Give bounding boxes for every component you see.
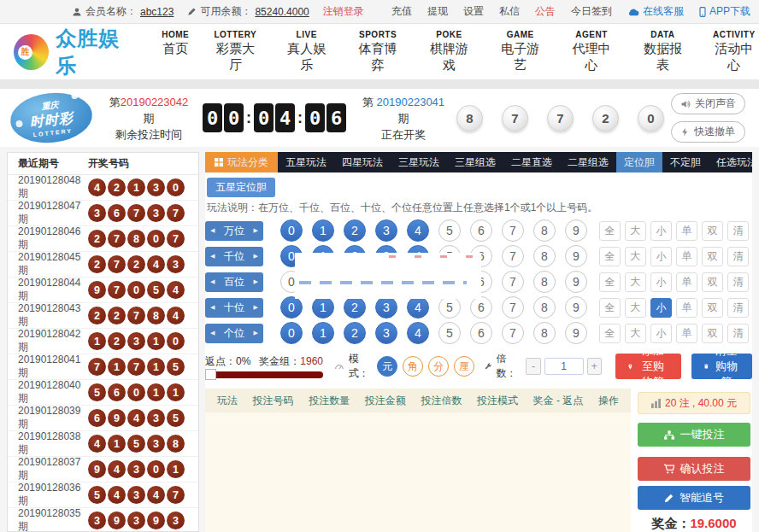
- nav-item-activity[interactable]: ACTIVITY活动中心: [709, 30, 759, 73]
- digit-ball-5[interactable]: 5: [438, 296, 461, 319]
- mute-sound-button[interactable]: 关闭声音: [671, 93, 745, 114]
- digit-ball-6[interactable]: 6: [470, 219, 492, 242]
- arrow-left-icon[interactable]: ◀: [210, 278, 215, 285]
- digit-ball-7[interactable]: 7: [502, 219, 524, 242]
- digit-ball-9[interactable]: 9: [565, 245, 587, 267]
- quick-odd-button[interactable]: 单: [676, 221, 697, 241]
- multiple-plus-button[interactable]: +: [587, 358, 602, 375]
- arrow-right-icon[interactable]: ▶: [254, 278, 258, 285]
- mode-jiao-button[interactable]: 角: [403, 356, 423, 377]
- quick-big-button[interactable]: 大: [625, 272, 646, 292]
- quick-even-button[interactable]: 双: [702, 298, 723, 318]
- quick-small-button[interactable]: 小: [650, 324, 672, 343]
- tab-optional-play[interactable]: 任选玩法: [709, 152, 752, 172]
- app-download-link[interactable]: APP下载: [699, 4, 750, 19]
- position-selector-wan-wei[interactable]: ◀万位▶: [205, 221, 263, 241]
- position-selector-bai-wei[interactable]: ◀百位▶: [205, 272, 263, 292]
- sub-play-button[interactable]: 五星定位胆: [207, 178, 275, 197]
- topbar-link-withdraw[interactable]: 提现: [427, 4, 448, 19]
- quick-odd-button[interactable]: 单: [676, 272, 697, 292]
- mode-fen-button[interactable]: 分: [428, 356, 449, 377]
- digit-ball-1[interactable]: 1: [312, 296, 334, 319]
- nav-item-data[interactable]: DATA数据报表: [638, 30, 687, 73]
- quick-odd-button[interactable]: 单: [676, 298, 697, 318]
- quick-even-button[interactable]: 双: [702, 247, 723, 266]
- digit-ball-2[interactable]: 2: [344, 322, 366, 344]
- quick-even-button[interactable]: 双: [702, 324, 723, 343]
- digit-ball-8[interactable]: 8: [533, 219, 556, 242]
- digit-ball-9[interactable]: 9: [565, 296, 587, 319]
- tab-no-position-dan[interactable]: 不定胆: [662, 152, 709, 172]
- tab-three-star[interactable]: 三星玩法: [391, 152, 447, 172]
- quick-big-button[interactable]: 大: [625, 247, 646, 266]
- quick-small-button[interactable]: 小: [650, 221, 672, 241]
- digit-ball-5[interactable]: 5: [438, 219, 461, 242]
- arrow-left-icon[interactable]: ◀: [210, 227, 215, 234]
- quick-big-button[interactable]: 大: [625, 298, 646, 318]
- digit-ball-3[interactable]: 3: [375, 296, 397, 319]
- arrow-left-icon[interactable]: ◀: [210, 330, 215, 336]
- nav-item-lottery[interactable]: LOTTERY彩票大厅: [210, 30, 260, 73]
- topbar-link-daily-checkin[interactable]: 今日签到: [571, 4, 612, 19]
- rebate-slider-track[interactable]: [205, 371, 323, 378]
- quick-small-button[interactable]: 小: [650, 247, 672, 266]
- topbar-link-announcement[interactable]: 公告: [535, 4, 556, 19]
- quick-small-button[interactable]: 小: [650, 298, 672, 318]
- tab-two-star-direct[interactable]: 二星直选: [503, 152, 560, 172]
- quick-big-button[interactable]: 大: [625, 324, 646, 343]
- position-selector-ge-wei[interactable]: ◀个位▶: [205, 324, 263, 343]
- digit-ball-1[interactable]: 1: [312, 322, 334, 344]
- digit-ball-2[interactable]: 2: [344, 219, 366, 242]
- nav-item-poke[interactable]: POKE棋牌游戏: [424, 30, 474, 73]
- quick-big-button[interactable]: 大: [625, 221, 646, 241]
- topbar-link-recharge[interactable]: 充值: [391, 4, 412, 19]
- tab-five-star[interactable]: 五星玩法: [278, 152, 334, 172]
- quick-even-button[interactable]: 双: [702, 221, 723, 241]
- quick-odd-button[interactable]: 单: [676, 247, 697, 266]
- one-key-bet-button[interactable]: 一键投注: [638, 423, 750, 447]
- quick-even-button[interactable]: 双: [702, 272, 723, 292]
- digit-ball-2[interactable]: 2: [344, 296, 366, 319]
- quick-all-button[interactable]: 全: [599, 247, 621, 266]
- tab-three-star-group[interactable]: 三星组选: [447, 152, 503, 172]
- nav-item-agent[interactable]: AGENT代理中心: [567, 30, 616, 73]
- digit-ball-8[interactable]: 8: [533, 271, 556, 293]
- arrow-right-icon[interactable]: ▶: [254, 227, 258, 234]
- digit-ball-5[interactable]: 5: [438, 322, 461, 344]
- topbar-link-settings[interactable]: 设置: [463, 4, 484, 19]
- digit-ball-7[interactable]: 7: [502, 271, 524, 293]
- arrow-left-icon[interactable]: ◀: [210, 253, 215, 260]
- digit-ball-7[interactable]: 7: [502, 296, 524, 319]
- topbar-link-messages[interactable]: 私信: [499, 4, 520, 19]
- digit-ball-4[interactable]: 4: [407, 322, 429, 344]
- smart-chase-button[interactable]: 智能追号: [638, 486, 750, 510]
- digit-ball-7[interactable]: 7: [502, 322, 524, 344]
- digit-ball-9[interactable]: 9: [565, 219, 587, 242]
- quick-small-button[interactable]: 小: [650, 272, 672, 292]
- arrow-right-icon[interactable]: ▶: [254, 330, 258, 336]
- multiple-minus-button[interactable]: -: [526, 358, 540, 375]
- digit-ball-3[interactable]: 3: [375, 219, 397, 242]
- digit-ball-4[interactable]: 4: [407, 219, 429, 242]
- tab-four-star[interactable]: 四星玩法: [334, 152, 391, 172]
- digit-ball-9[interactable]: 9: [565, 322, 587, 344]
- clear-cart-button[interactable]: 清空购物篮: [691, 354, 752, 379]
- online-service-link[interactable]: 在线客服: [627, 4, 684, 19]
- multiple-input[interactable]: [544, 358, 584, 375]
- digit-ball-8[interactable]: 8: [533, 322, 556, 344]
- quick-clear-button[interactable]: 清: [727, 298, 749, 318]
- member-name-link[interactable]: abc123: [140, 6, 174, 18]
- arrow-right-icon[interactable]: ▶: [254, 253, 258, 260]
- digit-ball-8[interactable]: 8: [533, 245, 556, 267]
- rebate-slider[interactable]: 返点：0% 奖金组：1960: [205, 354, 323, 378]
- nav-item-sports[interactable]: SPORTS体育博弈: [353, 30, 403, 73]
- quick-all-button[interactable]: 全: [599, 272, 621, 292]
- digit-ball-0[interactable]: 0: [280, 296, 303, 319]
- arrow-right-icon[interactable]: ▶: [254, 304, 258, 311]
- quick-cancel-button[interactable]: 快速撤单: [671, 121, 745, 143]
- tab-two-star-group[interactable]: 二星组选: [560, 152, 616, 172]
- nav-item-home[interactable]: HOME首页: [162, 30, 189, 73]
- digit-ball-6[interactable]: 6: [470, 322, 492, 344]
- quick-all-button[interactable]: 全: [599, 221, 621, 241]
- quick-clear-button[interactable]: 清: [727, 221, 749, 241]
